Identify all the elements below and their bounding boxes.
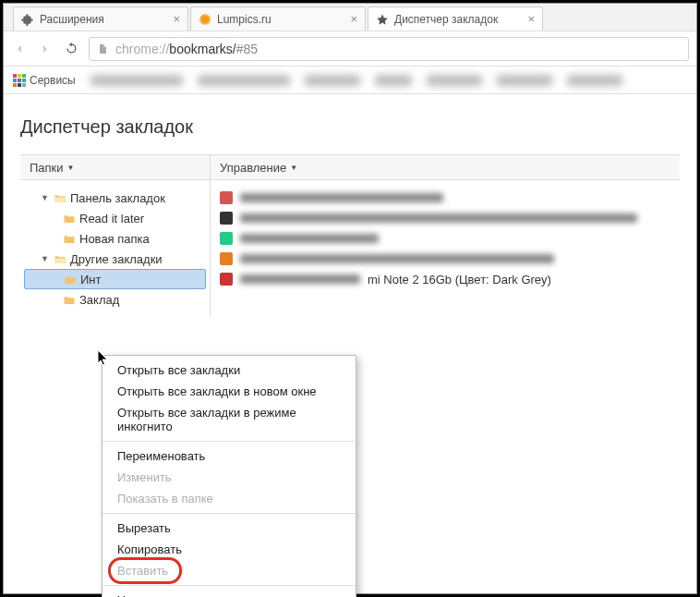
bookmark-item[interactable] xyxy=(91,75,183,86)
favicon xyxy=(220,252,233,265)
twisty-open-icon: ▼ xyxy=(41,193,50,202)
cursor-icon xyxy=(97,349,112,368)
url-protocol: chrome:// xyxy=(115,42,169,56)
tree-label: Заклад xyxy=(79,293,119,307)
url-path: bookmarks/ xyxy=(169,42,235,56)
folder-open-icon xyxy=(54,254,66,264)
orange-icon xyxy=(199,13,211,26)
folders-label: Папки xyxy=(30,161,64,175)
bookmark-title xyxy=(240,274,360,284)
apps-icon xyxy=(13,74,26,87)
star-icon xyxy=(376,13,389,26)
svg-point-0 xyxy=(199,14,211,25)
list-item[interactable] xyxy=(220,228,670,249)
cm-cut[interactable]: Вырезать xyxy=(103,518,356,539)
folder-icon xyxy=(64,274,77,285)
bookmark-title xyxy=(240,234,379,243)
favicon xyxy=(220,191,233,204)
tree-bookmarks-sub[interactable]: Заклад xyxy=(20,289,210,310)
list-item[interactable] xyxy=(220,208,670,228)
manage-label: Управление xyxy=(220,161,286,175)
tree-read-later[interactable]: Read it later xyxy=(20,208,210,228)
forward-button[interactable] xyxy=(37,41,54,57)
cm-show-in-folder: Показать в папке xyxy=(103,488,356,509)
bookmark-item[interactable] xyxy=(375,75,412,86)
separator xyxy=(103,441,356,442)
bookmark-item[interactable] xyxy=(198,75,290,86)
cm-edit: Изменить xyxy=(103,467,356,488)
tree-label: Панель закладок xyxy=(70,191,165,205)
tab-extensions[interactable]: Расширения × xyxy=(13,6,188,30)
reload-button[interactable] xyxy=(63,41,79,57)
tab-title: Расширения xyxy=(40,13,169,26)
list-item[interactable]: mi Note 2 16Gb (Цвет: Dark Grey) xyxy=(220,269,670,289)
tab-lumpics[interactable]: Lumpics.ru × xyxy=(190,6,366,30)
close-icon[interactable]: × xyxy=(350,12,357,26)
chevron-down-icon: ▼ xyxy=(290,164,297,172)
tab-bookmarks-manager[interactable]: Диспетчер закладок × xyxy=(368,6,543,30)
tree-selected-folder[interactable]: Инт xyxy=(24,269,206,289)
bookmarks-bar: Сервисы xyxy=(4,67,696,94)
cm-open-all-incognito[interactable]: Открыть все закладки в режиме инкогнито xyxy=(103,402,356,437)
apps-shortcut[interactable]: Сервисы xyxy=(13,74,76,87)
tree-label: Другие закладки xyxy=(70,252,163,266)
columns-header: Папки ▼ Управление ▼ xyxy=(20,154,680,180)
cm-open-all-new-window[interactable]: Открыть все закладки в новом окне xyxy=(103,381,356,402)
tree-label: Новая папка xyxy=(79,232,150,246)
twisty-open-icon: ▼ xyxy=(41,254,50,263)
folder-icon xyxy=(63,234,76,244)
cm-open-all[interactable]: Открыть все закладки xyxy=(103,359,356,381)
close-icon[interactable]: × xyxy=(173,12,180,26)
list-item[interactable] xyxy=(220,188,670,208)
close-icon[interactable]: × xyxy=(527,12,535,26)
tree-other-bookmarks[interactable]: ▼ Другие закладки xyxy=(20,249,210,269)
favicon xyxy=(220,212,233,225)
context-menu: Открыть все закладки Открыть все закладк… xyxy=(102,355,356,597)
folder-icon xyxy=(63,213,76,224)
chevron-down-icon: ▼ xyxy=(67,164,75,172)
toolbar: chrome://bookmarks/#85 xyxy=(4,31,696,67)
bookmark-item[interactable] xyxy=(497,75,552,86)
highlight-circle: Удалить xyxy=(108,557,182,584)
tree-label: Инт xyxy=(80,273,101,286)
puzzle-icon xyxy=(21,13,34,26)
bookmark-title xyxy=(240,254,554,263)
list-item[interactable] xyxy=(220,249,670,269)
folder-tree: ▼ Панель закладок Read it later Новая па… xyxy=(20,180,211,317)
content-row: ▼ Панель закладок Read it later Новая па… xyxy=(20,180,680,317)
folders-menu[interactable]: Папки ▼ xyxy=(20,155,211,179)
favicon xyxy=(220,232,233,245)
bookmark-title-visible: mi Note 2 16Gb (Цвет: Dark Grey) xyxy=(368,273,551,286)
folder-icon xyxy=(63,295,76,305)
tab-strip: Расширения × Lumpics.ru × Диспетчер закл… xyxy=(4,4,696,31)
manage-menu[interactable]: Управление ▼ xyxy=(211,155,307,179)
url-fragment: #85 xyxy=(236,42,258,56)
bookmark-title xyxy=(240,213,637,223)
back-button[interactable] xyxy=(11,41,28,57)
folder-open-icon xyxy=(54,193,66,203)
separator xyxy=(103,513,356,514)
bookmarks-manager-page: Диспетчер закладок Папки ▼ Управление ▼ … xyxy=(4,94,696,593)
tab-title: Lumpics.ru xyxy=(217,13,346,26)
apps-label: Сервисы xyxy=(30,74,76,87)
cm-delete[interactable]: Удалить xyxy=(103,590,356,597)
cm-rename[interactable]: Переименовать xyxy=(103,445,356,467)
address-bar[interactable]: chrome://bookmarks/#85 xyxy=(89,37,689,61)
page-icon xyxy=(97,43,110,55)
separator xyxy=(103,585,356,586)
bookmark-item[interactable] xyxy=(305,75,360,86)
tree-label: Read it later xyxy=(79,212,144,225)
tree-new-folder[interactable]: Новая папка xyxy=(20,228,210,249)
page-title: Диспетчер закладок xyxy=(20,116,680,138)
bookmark-title xyxy=(240,193,443,202)
favicon xyxy=(220,273,233,286)
bookmark-item[interactable] xyxy=(567,75,622,86)
tab-title: Диспетчер закладок xyxy=(394,13,524,26)
bookmark-list: mi Note 2 16Gb (Цвет: Dark Grey) xyxy=(211,180,680,317)
tree-bookmarks-bar[interactable]: ▼ Панель закладок xyxy=(20,188,210,208)
bookmark-item[interactable] xyxy=(427,75,482,86)
